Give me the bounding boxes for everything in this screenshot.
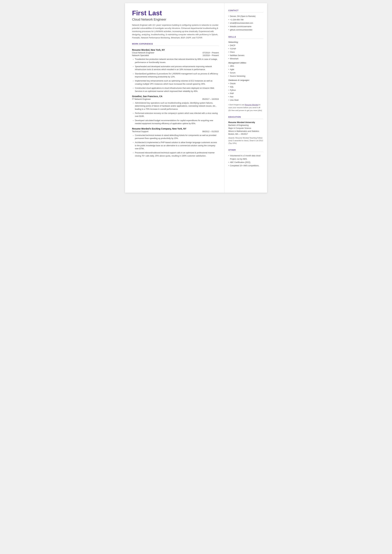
other-list: Volunteered in a 3-month data cloud Proj… [228, 154, 263, 167]
work-experience-section: Resume Worded, New York, NY Cloud Networ… [132, 49, 219, 157]
contact-location: Denver, OH (Open to Remote) [228, 15, 263, 18]
role-dates-1b: 10/2018 – Present [203, 54, 219, 56]
resume-worded-link[interactable]: Resume Worded [245, 104, 259, 106]
skill-cat-networking: Networking: [228, 41, 263, 43]
company-2-name: Growthsi, San Francisco, CA [132, 95, 219, 98]
other-item-1: Volunteered in a 3-month data cloud Proj… [228, 154, 263, 161]
skill-tcpip: TCP/IP [228, 47, 263, 50]
skill-perl: Perl [228, 95, 263, 98]
bullet-3-2: Architected & implemented a PHP-based so… [135, 141, 219, 150]
contact-linkedin: linkedin.com/in/username [228, 25, 263, 28]
contact-github: github.com/resumeworded [228, 28, 263, 32]
skill-cat-management: Management Utilities: [228, 62, 263, 64]
contact-email: email@resumeworded.com [228, 21, 263, 25]
edu-major: Major in Computer Science [228, 127, 251, 129]
other-section: OTHER Volunteered in a 3-month data clou… [228, 149, 263, 167]
bullet-2-3: Developed calculated budget recommendati… [135, 119, 219, 125]
education-header: EDUCATION [228, 116, 263, 119]
promo-text: • Don't forget to use Resume Worded to s… [228, 104, 263, 112]
edu-location-dates: Boston, MA — 05/2017 [228, 133, 248, 135]
bullets-company-3: Constructed technical reviews & raised d… [135, 134, 219, 158]
company-3-name: Resume Worded's Exciting Company, New Yo… [132, 127, 219, 130]
other-header: OTHER [228, 149, 263, 152]
work-experience-header: WORK EXPERIENCE [132, 43, 219, 46]
bullet-1-2: Spearheaded and developed automation and… [135, 65, 219, 71]
education-section: EDUCATION Resume Worded University Bache… [228, 116, 263, 145]
bullet-1-1: Troubleshot live production network serv… [135, 58, 219, 64]
role-row-1b: Network Specialist 10/2018 – Present [132, 54, 219, 56]
skill-scrum: Scrum [228, 71, 263, 75]
job-title: Cloud Network Engineer [132, 18, 219, 21]
skills-section: SKILLS Networking: DHCP TCP/IP Cisco Net… [228, 36, 263, 112]
role-row-2a: IT Network Engineer 05/2017 – 10/2019 [132, 98, 219, 100]
management-skills: JIRA Agile Scrum Source Versioning [228, 65, 263, 78]
skill-cisco: Cisco [228, 50, 263, 54]
edu-school-name: Resume Worded University [228, 121, 263, 124]
sidebar-column: CONTACT Denver, OH (Open to Remote) +1-2… [224, 3, 267, 193]
role-row-1a: Cloud Network Engineer 07/2019 – Present [132, 51, 219, 54]
role-title-3a: Technical Support [132, 130, 148, 133]
skill-php: PHP [228, 92, 263, 95]
skill-wireshark: Wireshark [228, 57, 263, 61]
database-skills: Oracle SQL Python PHP Perl Unix Shell [228, 82, 263, 102]
bullet-1-3: Standardized guidelines & procedures for… [135, 72, 219, 78]
contact-list: Denver, OH (Open to Remote) +1-234-456-7… [228, 15, 263, 32]
skill-python: Python [228, 89, 263, 92]
bullet-2-1: Administered key operations such as trou… [135, 102, 219, 111]
skill-oracle: Oracle [228, 82, 263, 85]
role-dates-2a: 05/2017 – 10/2019 [202, 98, 219, 100]
company-1-name: Resume Worded, New York, NY [132, 49, 219, 51]
bullet-2-2: Performed extensive recovery on the comp… [135, 112, 219, 118]
skill-cat-databases: Databases & Languages: [228, 79, 263, 81]
skill-source-versioning: Source Versioning [228, 75, 263, 78]
bullets-company-1: Troubleshot live production network serv… [135, 58, 219, 93]
role-title-1b: Network Specialist [132, 54, 149, 56]
role-row-3a: Technical Support 08/2012 – 01/2015 [132, 130, 219, 133]
candidate-name: First Last [132, 9, 219, 17]
role-title-2a: IT Network Engineer [132, 98, 151, 100]
skills-header: SKILLS [228, 36, 263, 39]
networking-skills: DHCP TCP/IP Cisco NetWare Servers Wiresh… [228, 44, 263, 61]
edu-awards: Awards: Resume Worded Teaching Fellow (o… [228, 137, 263, 145]
bullet-3-1: Constructed technical reviews & raised d… [135, 134, 219, 140]
edu-minors: Minors in Mathematics and Statistics [228, 130, 259, 132]
contact-phone: +1-234-456-789 [228, 18, 263, 22]
main-column: First Last Cloud Network Engineer Networ… [125, 3, 224, 193]
bullet-1-5: Constructed cloud applications & cloud i… [135, 87, 219, 93]
contact-section: CONTACT Denver, OH (Open to Remote) +1-2… [228, 9, 263, 32]
skill-jira: JIRA [228, 65, 263, 68]
bullet-1-4: Implemented key enhancements such as opt… [135, 79, 219, 86]
other-item-2: ABC Certification (2022) [228, 161, 263, 164]
edu-degree-text: Bachelor of Engineering [228, 124, 249, 126]
bullet-3-3: Processed inbound/outbound technical sup… [135, 151, 219, 157]
skill-sql: SQL [228, 85, 263, 89]
skill-netware: NetWare Servers [228, 54, 263, 57]
bullets-company-2: Administered key operations such as trou… [135, 102, 219, 125]
skill-dhcp: DHCP [228, 44, 263, 47]
contact-header: CONTACT [228, 9, 263, 13]
skill-unix-shell: Unix Shell [228, 98, 263, 102]
edu-degree: Bachelor of Engineering Major in Compute… [228, 124, 263, 135]
role-dates-1a: 07/2019 – Present [203, 52, 219, 54]
other-item-3: Completed 10+ AWS competitions. [228, 164, 263, 167]
role-dates-3a: 08/2012 – 01/2015 [202, 130, 219, 133]
summary-text: Network Engineer with 10+ years' experie… [132, 23, 219, 39]
skill-agile: Agile [228, 68, 263, 71]
resume-page: First Last Cloud Network Engineer Networ… [125, 3, 267, 193]
role-title-1a: Cloud Network Engineer [132, 51, 154, 54]
